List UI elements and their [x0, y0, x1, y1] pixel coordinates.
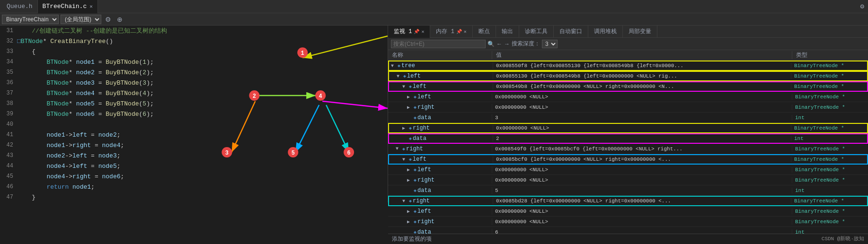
close-icon-mem[interactable]: ✕: [464, 29, 467, 35]
row-name-rrr: ▶ ◈ right: [388, 218, 492, 225]
row-value-rl: 0x0085bcf0 {left=0x00000000 <NULL> right…: [493, 157, 791, 162]
line-content: BTNode* node5 = BuyBTNode(5);: [17, 100, 388, 107]
row-value-right1: 0x008549f0 {left=0x0085bcf0 {left=0x0000…: [492, 146, 792, 152]
expand-arrow-rr[interactable]: ▼: [402, 199, 408, 204]
watch-row-rlr[interactable]: ▶ ◈ right 0x00000000 <NULL> BinaryTreeNo…: [388, 175, 868, 185]
code-line-39: 39 BTNode* node6 = BuyBTNode(6);: [0, 109, 388, 119]
node-name-rr: right: [413, 198, 430, 204]
code-line-43: 43 node2->left = node3;: [0, 150, 388, 161]
tab-callstack[interactable]: 调用堆栈: [588, 26, 623, 38]
expand-arrow-left1[interactable]: ▼: [397, 74, 402, 79]
tab-bar: Queue.h BTreeChain.c ✕ ⚙: [0, 0, 868, 13]
node-icon-lr: ◈: [409, 125, 412, 131]
watch-row-rl[interactable]: ▼ ◈ left 0x0085bcf0 {left=0x00000000 <NU…: [388, 154, 868, 165]
row-type-rrr: BinaryTreeNode *: [792, 219, 868, 225]
close-icon-watch1[interactable]: ✕: [421, 29, 424, 35]
row-type-rld: int: [792, 188, 868, 193]
watch-row-left2[interactable]: ▼ ◈ left 0x008549b8 {left=0x00000000 <NU…: [388, 81, 868, 92]
watch-row-lr[interactable]: ▶ ◈ right 0x00000000 <NULL> BinaryTreeNo…: [388, 123, 868, 133]
add-watch-row[interactable]: 添加要监视的项: [388, 234, 868, 244]
nav-fwd-btn[interactable]: →: [504, 41, 510, 47]
line-content: node4->right = node6;: [17, 173, 388, 180]
search-btn[interactable]: 🔍: [487, 41, 495, 47]
nav-back-btn[interactable]: ←: [496, 41, 502, 47]
watch-row-lll[interactable]: ▶ ◈ left 0x00000000 <NULL> BinaryTreeNod…: [388, 92, 868, 102]
tab-breakpoints[interactable]: 断点: [473, 26, 496, 38]
watch-row-right1[interactable]: ▼ ◈ right 0x008549f0 {left=0x0085bcf0 {l…: [388, 144, 868, 154]
line-num: 35: [0, 69, 17, 76]
watch-row-lld[interactable]: ▶ ◈ data 3 int: [388, 113, 868, 123]
code-line-31: 31 //创建链式二叉树 --创建的是已知二叉树的结构: [0, 26, 388, 36]
watch-row-rrd[interactable]: ▶ ◈ data 6 int: [388, 227, 868, 234]
diagnostics-label: 诊断工具: [525, 27, 548, 35]
node-icon-rlr: ◈: [414, 177, 416, 183]
line-num: 31: [0, 27, 17, 34]
tab-diagnostics[interactable]: 诊断工具: [519, 26, 554, 38]
row-name-llr: ▶ ◈ right: [388, 104, 492, 111]
watch-row-tree[interactable]: ▼ ◈ tree 0x008550f8 {left=0x00855130 {le…: [388, 61, 868, 71]
close-icon[interactable]: ✕: [89, 3, 93, 9]
row-type-rlr: BinaryTreeNode *: [792, 177, 868, 183]
line-num: 47: [0, 194, 17, 200]
code-line-47: 47 }: [0, 192, 388, 202]
code-line-34: 34 BTNode* node1 = BuyBTNode(1);: [0, 57, 388, 67]
tab-mem1[interactable]: 内存 1 📌 ✕: [430, 26, 472, 38]
watch-row-rr[interactable]: ▼ ◈ right 0x0085bd28 {left=0x00000000 <N…: [388, 196, 868, 206]
watch-row-rrr[interactable]: ▶ ◈ right 0x00000000 <NULL> BinaryTreeNo…: [388, 217, 868, 227]
code-line-44: 44 node4->left = node5;: [0, 161, 388, 171]
tab-queue[interactable]: Queue.h: [2, 0, 38, 13]
expand-arrow-left2[interactable]: ▼: [402, 84, 408, 89]
tab-output[interactable]: 输出: [496, 26, 519, 38]
expand-arrow-tree[interactable]: ▼: [391, 63, 397, 69]
watch-row-rrl[interactable]: ▶ ◈ left 0x00000000 <NULL> BinaryTreeNod…: [388, 206, 868, 217]
expand-arrow-rl[interactable]: ▼: [402, 157, 408, 162]
autowin-label: 自动窗口: [559, 27, 582, 35]
tab-watch1[interactable]: 监视 1 📌 ✕: [388, 26, 430, 38]
node-icon-llr: ◈: [414, 105, 416, 110]
expand-arrow-right1[interactable]: ▼: [396, 146, 401, 151]
watch-row-left1[interactable]: ▼ ◈ left 0x00855130 {left=0x008549b8 {le…: [388, 71, 868, 81]
pin-icon-mem: 📌: [456, 29, 462, 35]
line-content: node4->left = node5;: [17, 163, 388, 170]
watch-row-ld[interactable]: ▶ ◈ data 2 int: [388, 133, 868, 144]
search-bar: 🔍 ← → 搜索深度： 3 1 2 4 5: [388, 38, 868, 50]
expand-arrow-lll[interactable]: ▶: [407, 94, 413, 100]
search-input[interactable]: [391, 40, 486, 48]
node-name-rld: data: [417, 187, 431, 194]
node-name-tree: tree: [401, 62, 415, 69]
tab-autowin[interactable]: 自动窗口: [554, 26, 588, 38]
toolbar-settings-btn[interactable]: ⚙: [103, 16, 113, 23]
expand-arrow-llr[interactable]: ▶: [407, 105, 413, 110]
watch-row-rll[interactable]: ▶ ◈ left 0x00000000 <NULL> BinaryTreeNod…: [388, 165, 868, 175]
watch-row-rld[interactable]: ▶ ◈ data 5 int: [388, 185, 868, 196]
tab-locals[interactable]: 局部变量: [623, 26, 657, 38]
expand-arrow-lr[interactable]: ▶: [402, 125, 408, 131]
row-value-rlr: 0x00000000 <NULL>: [492, 177, 792, 183]
row-type-rrd: int: [792, 229, 868, 234]
line-content: □BTNode* CreatBinaryTree(): [17, 38, 388, 45]
scope-selector[interactable]: (全局范围): [61, 15, 101, 24]
line-content: return node1;: [17, 183, 388, 191]
row-value-rr: 0x0085bd28 {left=0x00000000 <NULL> right…: [493, 198, 791, 204]
row-value-rrd: 6: [492, 229, 792, 234]
line-num: 41: [0, 131, 17, 138]
code-line-35: 35 BTNode* node2 = BuyBTNode(2);: [0, 67, 388, 78]
toolbar-move-btn[interactable]: ⊕: [115, 16, 124, 23]
binary-tree-selector[interactable]: BinaryTreeChain: [2, 15, 59, 24]
row-value-left2: 0x008549b8 {left=0x00000000 <NULL> right…: [493, 84, 791, 89]
expand-arrow-rlr[interactable]: ▶: [407, 177, 413, 183]
line-num: 40: [0, 121, 17, 128]
code-line-38: 38 BTNode* node5 = BuyBTNode(5);: [0, 98, 388, 109]
expand-arrow-rrl[interactable]: ▶: [407, 209, 413, 214]
expand-arrow-rrr[interactable]: ▶: [407, 219, 413, 225]
depth-select[interactable]: 3 1 2 4 5: [542, 40, 558, 48]
settings-icon[interactable]: ⚙: [859, 3, 866, 10]
mem1-label: 内存 1: [436, 27, 454, 35]
row-type-right1: BinaryTreeNode *: [792, 146, 868, 152]
node-icon-rrd: ◈: [414, 229, 416, 234]
line-num: 46: [0, 183, 17, 190]
row-name-lr: ▶ ◈ right: [389, 125, 493, 131]
watch-row-llr[interactable]: ▶ ◈ right 0x00000000 <NULL> BinaryTreeNo…: [388, 102, 868, 113]
tab-btreechain[interactable]: BTreeChain.c ✕: [38, 0, 98, 13]
expand-arrow-rll[interactable]: ▶: [407, 167, 413, 173]
